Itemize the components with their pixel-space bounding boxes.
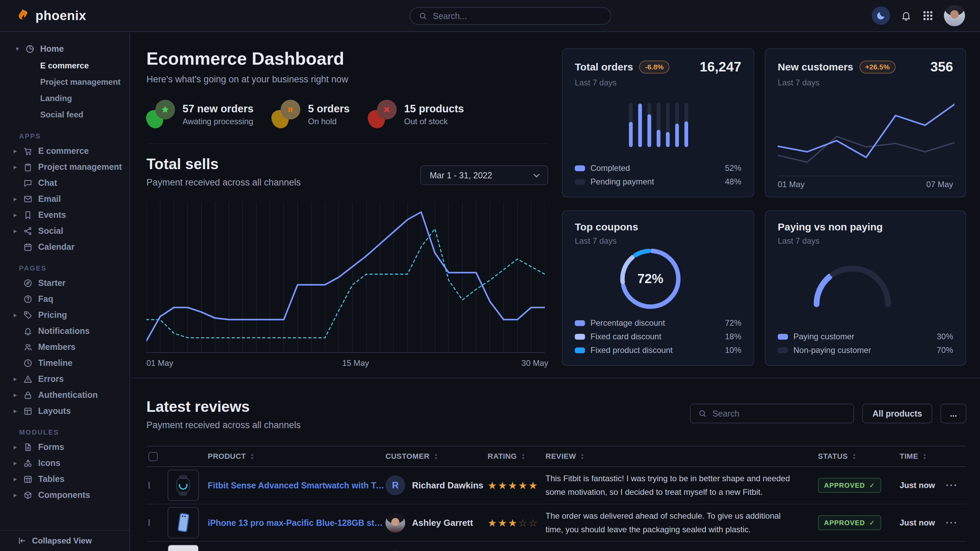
sidebar-item-components[interactable]: ▸Components: [0, 487, 129, 503]
product-link[interactable]: Fitbit Sense Advanced Smartwatch with To…: [208, 481, 385, 491]
column-label: CUSTOMER: [385, 452, 430, 461]
sort-icon[interactable]: [923, 453, 927, 460]
sort-icon[interactable]: [852, 453, 856, 460]
sidebar-subitem-project-management[interactable]: Project management: [40, 74, 129, 90]
sidebar-item-label: Events: [38, 210, 66, 220]
all-products-button[interactable]: All products: [862, 403, 932, 423]
product-thumbnail: [167, 470, 199, 501]
stat-circle: [281, 100, 300, 119]
sidebar-item-faq[interactable]: ▸Faq: [0, 291, 129, 307]
legend-swatch: [778, 334, 788, 340]
share-icon: [23, 226, 33, 236]
sidebar-item-home[interactable]: ▾ Home: [0, 41, 129, 57]
customer-name: Richard Dawkins: [412, 480, 484, 491]
select-all-checkbox[interactable]: [148, 452, 158, 461]
sidebar-subitem-e-commerce[interactable]: E commerce: [40, 57, 129, 74]
apps-grid-button[interactable]: [922, 10, 934, 21]
collapsed-view-toggle[interactable]: Collapsed View: [0, 530, 129, 551]
column-header-time[interactable]: TIME: [900, 452, 940, 461]
dashboard-overview-section: Ecommerce Dashboard Here's what's going …: [146, 48, 548, 372]
theme-toggle-button[interactable]: [872, 6, 890, 25]
caret-right-icon: ▸: [14, 491, 23, 499]
sidebar-subitem-social-feed[interactable]: Social feed: [40, 106, 129, 123]
row-menu-button[interactable]: ···: [940, 517, 963, 529]
table-header-cell: [146, 452, 167, 461]
legend-item: Completed52%: [575, 161, 741, 175]
column-header-review[interactable]: REVIEW: [546, 452, 818, 461]
column-header-status[interactable]: STATUS: [818, 452, 900, 461]
clipboard-icon: [23, 162, 33, 172]
check-icon: ✓: [869, 481, 875, 489]
user-avatar[interactable]: [944, 5, 965, 26]
sidebar-item-calendar[interactable]: ▸Calendar: [0, 239, 129, 255]
column-label: REVIEW: [546, 452, 576, 461]
sidebar-item-label: Calendar: [38, 242, 75, 252]
sidebar-item-authentication[interactable]: ▸Authentication: [0, 387, 129, 403]
sidebar-item-label: Components: [38, 490, 90, 500]
sort-icon[interactable]: [434, 453, 438, 460]
sidebar-item-forms[interactable]: ▸Forms: [0, 439, 129, 455]
sidebar-item-events[interactable]: ▸Events: [0, 207, 129, 223]
column-label: RATING: [488, 452, 517, 461]
navbar-search[interactable]: [410, 7, 611, 25]
x-tick: 01 May: [146, 358, 173, 368]
legend-item: Paying customer30%: [778, 330, 953, 343]
brand-logo-link[interactable]: phoenix: [15, 8, 86, 24]
trend-badge: +26.5%: [859, 60, 896, 73]
column-header-rating[interactable]: RATING: [488, 452, 546, 461]
apps-grid-icon: [922, 10, 934, 21]
sidebar-item-label: E commerce: [38, 146, 89, 156]
sidebar-item-project-management[interactable]: ▸Project management: [0, 159, 129, 175]
sidebar-item-label: Members: [38, 342, 76, 352]
legend-value: 30%: [937, 332, 953, 341]
card-value: 356: [930, 59, 953, 75]
sidebar-item-members[interactable]: ▸Members: [0, 339, 129, 355]
reviews-search[interactable]: [690, 403, 854, 423]
sidebar-item-timeline[interactable]: ▸Timeline: [0, 355, 129, 371]
sidebar-item-label: Chat: [38, 178, 57, 188]
sidebar-item-icons[interactable]: ▸Icons: [0, 455, 129, 471]
sidebar-item-pricing[interactable]: ▸Pricing: [0, 307, 129, 323]
brand-name: phoenix: [35, 8, 86, 23]
chat-icon: [23, 178, 33, 188]
row-menu-button[interactable]: ···: [940, 480, 963, 491]
sidebar-item-email[interactable]: ▸Email: [0, 191, 129, 207]
x-tick: 01 May: [778, 180, 805, 189]
sidebar-item-layouts[interactable]: ▸Layouts: [0, 403, 129, 419]
sidebar-item-starter[interactable]: ▸Starter: [0, 275, 129, 291]
sidebar-item-notifications[interactable]: ▸Notifications: [0, 323, 129, 339]
product-link[interactable]: iPhone 13 pro max-Pacific Blue-128GB sto…: [208, 518, 385, 528]
column-header-customer[interactable]: CUSTOMER: [385, 452, 488, 461]
sidebar-item-label: Layouts: [38, 406, 71, 416]
date-range-select[interactable]: Mar 1 - 31, 2022: [420, 165, 548, 185]
warning-icon: [23, 374, 33, 384]
more-options-button[interactable]: ...: [940, 403, 966, 423]
sort-icon[interactable]: [250, 453, 255, 460]
sidebar-subitem-landing[interactable]: Landing: [40, 90, 129, 106]
reviews-search-input[interactable]: [712, 409, 846, 419]
sort-icon[interactable]: [580, 453, 585, 460]
page-title: Ecommerce Dashboard: [146, 48, 548, 69]
sidebar-item-tables[interactable]: ▸Tables: [0, 471, 129, 487]
sidebar-item-e-commerce[interactable]: ▸E commerce: [0, 143, 129, 159]
sidebar-item-chat[interactable]: ▸Chat: [0, 175, 129, 191]
sidebar-item-label: Timeline: [38, 358, 73, 368]
row-checkbox[interactable]: [148, 519, 150, 526]
sidebar-section-label: PAGES: [19, 264, 129, 272]
legend-value: 18%: [725, 332, 741, 341]
navbar-search-input[interactable]: [433, 11, 602, 21]
notifications-button[interactable]: [900, 10, 912, 21]
legend-value: 48%: [725, 177, 741, 186]
axis-divider: [778, 176, 953, 176]
product-thumbnail: [167, 545, 199, 551]
stat-x: 15 productsOut of stock: [368, 100, 464, 129]
stat-icon-cluster: [146, 100, 176, 129]
sidebar-item-label: Notifications: [38, 326, 89, 336]
sort-icon[interactable]: [521, 453, 525, 460]
sidebar-item-errors[interactable]: ▸Errors: [0, 371, 129, 387]
x-icon: [382, 105, 392, 115]
review-text: The order was delivered ahead of schedul…: [546, 509, 818, 537]
column-header-product[interactable]: PRODUCT: [167, 452, 385, 461]
row-checkbox[interactable]: [148, 481, 150, 489]
sidebar-item-social[interactable]: ▸Social: [0, 223, 129, 239]
